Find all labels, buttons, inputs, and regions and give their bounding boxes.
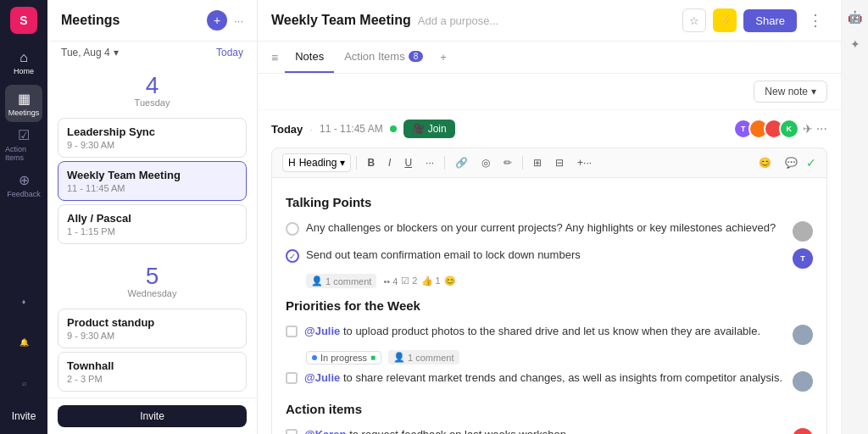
header-more-button[interactable]: ⋮ [804,8,827,32]
item-avatar: T [793,248,813,269]
mention: @Karen [304,428,347,434]
meeting-card-active[interactable]: Weekly Team Meeting 11 - 11:45 AM [58,161,247,201]
meeting-card[interactable]: Product standup 9 - 9:30 AM [58,309,247,348]
checkbox[interactable] [286,429,298,434]
toolbar-left: H Heading ▾ B I U ··· 🔗 ◎ ✏ ⊞ ⊟ [282,153,597,172]
insert-more-button[interactable]: +··· [572,154,597,171]
sidebar-item-action-items[interactable]: ☑ Action Items [5,125,42,163]
day-number: 4 [47,74,257,97]
heading-selector[interactable]: H Heading ▾ [282,153,351,172]
checkbox[interactable] [286,372,298,384]
sidebar-header: Meetings + ··· [47,0,257,42]
checkbox-text: @Karen to request feedback on last weeks… [304,428,786,434]
outdent-button[interactable]: ⊟ [550,154,569,171]
checkbox-item: @Julie to share relevant market trends a… [286,368,813,395]
indent-button[interactable]: ⊞ [528,154,547,171]
bullet-text: Any challenges or blockers on your curre… [306,221,786,234]
note-more-button[interactable]: ··· [816,121,827,136]
meeting-time: 2 - 3 PM [67,374,237,384]
comment-count: 1 comment [326,276,371,287]
tab-action-items[interactable]: Action Items 8 [334,42,433,73]
comment-button[interactable]: 💬 [780,154,803,171]
sidebar-more-icon[interactable]: ··· [234,14,243,27]
today-button[interactable]: Today [216,47,243,58]
divider [444,156,445,170]
feedback-icon: ⊕ [19,172,30,188]
tab-notes[interactable]: Notes [285,42,334,73]
tab-notes-label: Notes [295,50,324,63]
toolbar-right: 😊 💬 ✓ [754,154,816,171]
add-meeting-button[interactable]: + [207,10,227,31]
meta-row: 👤 1 comment •• 4 ☑ 2 👍 1 😊 [286,272,813,292]
comment-badge: 👤 1 comment [306,274,376,288]
link-button[interactable]: 🔗 [450,154,473,171]
day-header-4: 4 Tuesday [47,70,257,114]
checkbox[interactable] [286,326,298,337]
add-tab-button[interactable]: + [433,44,453,70]
right-sidebar: 🤖 ✦ [841,0,868,434]
edit-button[interactable]: ✏ [498,154,517,171]
bell-icon-item[interactable]: 🔔 [5,324,42,361]
sidebar-item-meetings[interactable]: ▦ Meetings [5,85,42,122]
meeting-title: Weekly Team Meeting [67,169,237,181]
checkbox-item: @Julie to upload product photos to the s… [286,321,813,348]
invite-large-button[interactable]: Invite [58,405,247,427]
star-icon: ☆ [689,14,699,27]
new-note-button[interactable]: New note ▾ [754,81,827,103]
sidebar-item-feedback[interactable]: ⊕ Feedback [5,166,42,203]
checkbox-text: @Julie to share relevant market trends a… [304,371,786,384]
checked-bullet-circle [286,249,299,263]
bold-button[interactable]: B [362,154,380,171]
lightning-icon: ⚡ [718,14,732,27]
more-dots-icon: ⋮ [808,11,823,30]
more-format-button[interactable]: ··· [420,154,439,171]
home-icon: ⌂ [19,50,28,65]
day-group-wednesday: 5 Wednesday Product standup 9 - 9:30 AM … [47,254,257,398]
checkbox-rest-text: to request feedback on last weeks worksh… [347,428,570,434]
participant-avatars: T K [733,119,799,139]
action-items-badge: 8 [409,51,424,62]
star-button[interactable]: ☆ [682,8,706,32]
sidebar-item-home[interactable]: ⌂ Home [5,44,42,81]
lightning-button[interactable]: ⚡ [713,8,737,32]
join-button[interactable]: 🎥 Join [403,120,455,138]
chevron-down-icon: ▾ [811,86,816,97]
meeting-time: 9 - 9:30 AM [67,140,237,150]
embed-button[interactable]: ◎ [476,154,495,171]
ai-icon[interactable]: 🤖 [845,7,865,27]
notes-content: New note ▾ Today · 11 - 11:45 AM 🎥 Join [258,74,841,434]
note-time: 11 - 11:45 AM [320,123,383,135]
purpose-placeholder[interactable]: Add a purpose... [418,14,498,27]
italic-button[interactable]: I [383,154,396,171]
date-navigation: Tue, Aug 4 ▾ Today [47,42,257,64]
search-icon-item[interactable]: ⌕ [5,364,42,402]
meeting-card[interactable]: Ally / Pascal 1 - 1:15 PM [58,204,247,244]
share-button[interactable]: Share [743,9,797,32]
meeting-card[interactable]: Leadership Sync 9 - 9:30 AM [58,118,247,158]
bullet-circle [286,222,299,236]
bullet-item: Any challenges or blockers on your curre… [286,218,813,245]
send-icon[interactable]: ✈ [803,122,813,136]
sparkle-icon[interactable]: ✦ [845,34,865,54]
meeting-card[interactable]: Townhall 2 - 3 PM [58,352,247,392]
mention: @Julie [304,325,340,337]
meetings-list: 4 Tuesday Leadership Sync 9 - 9:30 AM We… [47,64,257,398]
section-heading: Priorities for the Week [286,298,813,313]
bullet-text: Send out team confirmation email to lock… [306,248,786,261]
emoji-button[interactable]: 😊 [754,154,776,171]
underline-button[interactable]: U [399,154,417,171]
checkbox-rest-text: to share relevant market trends and chan… [340,371,782,384]
invite-button[interactable]: Invite [5,405,42,427]
reactions: •• 4 ☑ 2 👍 1 😊 [383,275,455,287]
gift-icon-item[interactable]: ♦ [5,283,42,320]
meeting-title: Product standup [67,316,237,329]
item-avatar [793,221,813,242]
divider [522,156,523,170]
sidebar-header-actions: + ··· [207,10,243,31]
action-items-icon: ☑ [18,127,30,143]
tabs-icon: ≡ [271,51,278,64]
video-icon: 🎥 [412,123,425,135]
reaction: ☑ 2 [401,275,417,287]
checkbox-text: @Julie to upload product photos to the s… [304,325,786,337]
date-nav-left[interactable]: Tue, Aug 4 ▾ [61,47,119,58]
